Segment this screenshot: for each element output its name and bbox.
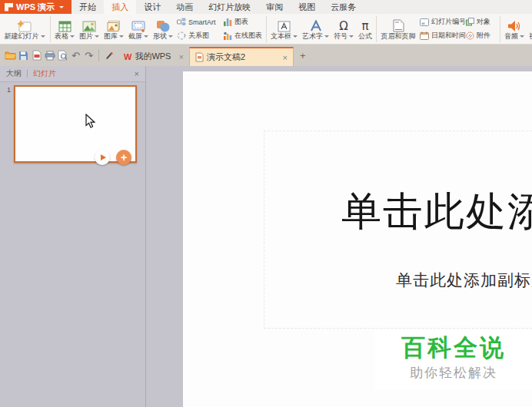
slide-title-placeholder[interactable]: 单击此处添加标题 (341, 187, 532, 237)
diagram-label: 关系图 (188, 31, 209, 41)
slide-subtitle-placeholder[interactable]: 单击此处添加副标题 (396, 270, 532, 291)
chevron-down-icon (119, 35, 124, 38)
print-button[interactable] (43, 48, 56, 62)
insert-extra-group: 幻灯片编号 对象 日期和时间 附件 (418, 15, 498, 44)
pi-symbol-icon: π (361, 21, 368, 32)
app-logo-button[interactable]: WPS 演示 (0, 0, 71, 14)
table-label: 表格 (55, 32, 68, 40)
video-button[interactable]: 视频 (527, 15, 532, 44)
chart-label: 图表 (234, 17, 248, 27)
header-footer-label: 页眉和页脚 (381, 32, 416, 40)
online-chart-icon (223, 31, 232, 40)
tab-wps-home[interactable]: W 我的WPS × (118, 47, 189, 66)
slide-number-button[interactable]: 幻灯片编号 (420, 17, 466, 27)
slides-panel: 大纲 幻灯片 × 1 + (0, 66, 146, 407)
close-tab-icon[interactable]: × (178, 52, 183, 61)
attachment-icon (466, 31, 474, 40)
chevron-down-icon (70, 35, 75, 38)
print-preview-icon (58, 50, 68, 61)
menu-design[interactable]: 设计 (136, 0, 168, 14)
table-button[interactable]: 表格 (52, 15, 77, 44)
content-area: 大纲 幻灯片 × 1 + 单击此处添加标题 单击此处添加副标题 百科全说 (0, 66, 532, 407)
menu-tabs: 开始 插入 设计 动画 幻灯片放映 审阅 视图 云服务 (71, 0, 364, 14)
attachment-button[interactable]: 附件 (466, 31, 497, 41)
new-slide-label: 新建幻灯片 (5, 32, 39, 40)
menu-cloud[interactable]: 云服务 (323, 0, 364, 14)
table-icon (58, 18, 71, 32)
menu-view[interactable]: 视图 (291, 0, 323, 14)
chart-button[interactable]: 图表 (223, 17, 263, 27)
watermark-title: 百科全说 (375, 334, 532, 362)
attachment-label: 附件 (477, 31, 490, 41)
brush-icon (105, 51, 113, 60)
open-file-button[interactable] (4, 48, 17, 62)
symbol-label: 符号 (334, 32, 347, 40)
panel-header-divider (27, 70, 28, 78)
shapes-icon (156, 18, 170, 32)
save-button[interactable] (17, 48, 30, 62)
tab-slides[interactable]: 幻灯片 (33, 68, 56, 79)
printer-icon (45, 51, 55, 61)
menu-slideshow[interactable]: 幻灯片放映 (201, 0, 258, 14)
new-slide-button[interactable]: 新建幻灯片 (1, 15, 48, 44)
tab-outline[interactable]: 大纲 (6, 68, 22, 79)
wps-home-icon: W (124, 52, 131, 61)
picture-label: 图片 (79, 32, 93, 40)
undo-button[interactable]: ↶ (69, 48, 82, 62)
slide-number-icon (420, 18, 429, 26)
textbox-label: 文本框 (271, 32, 291, 40)
slide-thumbnail-number: 1 (7, 86, 11, 94)
symbol-button[interactable]: Ω 符号 (331, 15, 356, 44)
object-label: 对象 (477, 17, 490, 27)
save-icon (18, 51, 28, 61)
menu-review[interactable]: 审阅 (258, 0, 291, 14)
wordart-button[interactable]: 艺术字 (300, 15, 331, 44)
online-chart-button[interactable]: 在线图表 (223, 31, 262, 41)
print-preview-button[interactable] (56, 48, 69, 62)
datetime-icon (420, 31, 429, 40)
smartart-label: SmartArt (188, 18, 216, 26)
menu-animation[interactable]: 动画 (168, 0, 201, 14)
shapes-button[interactable]: 形状 (151, 15, 175, 44)
customize-toolbar-button[interactable] (102, 48, 115, 62)
diagram-button[interactable]: 关系图 (177, 31, 223, 41)
ribbon-insert: 新建幻灯片 表格 图片 图库 截屏 (0, 14, 532, 45)
slide-canvas[interactable]: 单击此处添加标题 单击此处添加副标题 百科全说 助你轻松解决 (183, 71, 532, 407)
chevron-down-icon (520, 35, 524, 38)
datetime-label: 日期和时间 (431, 31, 466, 41)
object-button[interactable]: 对象 (466, 17, 497, 27)
gallery-button[interactable]: 图库 (101, 15, 126, 44)
menu-home[interactable]: 开始 (71, 0, 104, 14)
chevron-down-icon (293, 35, 298, 38)
tab-presentation2[interactable]: 演示文稿2 × (189, 47, 294, 66)
diagram-icon (177, 31, 186, 40)
play-icon (101, 154, 106, 160)
new-tab-button[interactable]: + (294, 50, 312, 61)
textbox-button[interactable]: 文本框 (268, 15, 300, 44)
close-panel-icon[interactable]: × (135, 69, 139, 78)
chevron-down-icon (41, 35, 45, 38)
formula-button[interactable]: π 公式 (356, 15, 374, 44)
mouse-cursor (85, 114, 95, 131)
datetime-button[interactable]: 日期和时间 (420, 31, 466, 41)
smartart-button[interactable]: SmartArt (177, 17, 223, 27)
shapes-label: 形状 (153, 32, 167, 40)
smartart-icon (177, 18, 186, 26)
chevron-down-icon (144, 35, 148, 38)
smartart-group: SmartArt 图表 关系图 在线图表 (175, 15, 264, 44)
add-slide-button[interactable]: + (116, 150, 131, 165)
close-tab-icon[interactable]: × (282, 53, 287, 62)
audio-button[interactable]: 音频 (502, 15, 527, 44)
picture-button[interactable]: 图片 (77, 15, 101, 44)
export-pdf-button[interactable] (30, 48, 43, 62)
pdf-icon (32, 50, 42, 61)
screenshot-button[interactable]: 截屏 (126, 15, 151, 44)
redo-button[interactable]: ↷ (82, 48, 95, 62)
app-title: WPS 演示 (16, 2, 55, 13)
play-from-slide-button[interactable] (95, 150, 110, 165)
chevron-down-icon (95, 35, 99, 38)
tab-label: 我的WPS (135, 51, 171, 62)
header-footer-button[interactable]: 页眉和页脚 (378, 15, 418, 44)
new-slide-icon (17, 18, 32, 32)
menu-insert[interactable]: 插入 (104, 0, 136, 14)
